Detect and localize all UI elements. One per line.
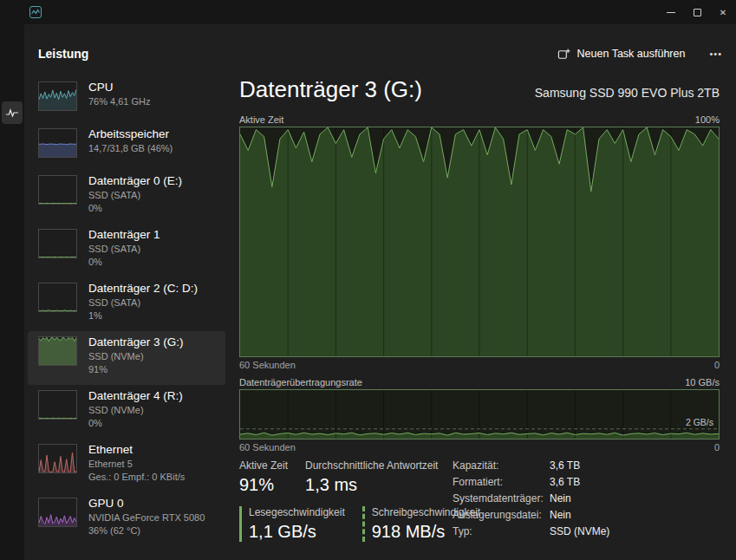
property-row-capacity: Kapazität: 3,6 TB [453, 460, 720, 472]
task-manager-window: ✕ Leistung Neuen Task ausführen ••• CPU … [0, 0, 736, 560]
disk-stats: Aktive Zeit 91% Durchschnittliche Antwor… [239, 459, 720, 553]
nav-rail [0, 24, 24, 560]
property-row-type: Typ: SSD (NVMe) [453, 526, 720, 537]
performance-pulse-icon [6, 108, 18, 117]
close-icon: ✕ [720, 8, 726, 17]
cpu-mini-chart [38, 81, 77, 111]
active-time-x-right: 0 [714, 360, 720, 370]
minimize-button[interactable] [658, 0, 684, 24]
device-name: Samsung SSD 990 EVO Plus 2TB [535, 86, 720, 100]
sidebar-item-disk2[interactable]: Datenträger 2 (C: D:) SSD (SATA) 1% [28, 277, 225, 331]
disk1-mini-chart [38, 229, 77, 258]
sidebar-item-disk1[interactable]: Datenträger 1 SSD (SATA) 0% [28, 224, 225, 277]
sidebar-item-gpu[interactable]: GPU 0 NVIDIA GeForce RTX 5080 36% (62 °C… [28, 492, 225, 546]
active-time-chart-label: Aktive Zeit [239, 114, 283, 125]
stat-avg-response-time: Durchschnittliche Antwortzeit 1,3 ms [305, 459, 438, 495]
transfer-rate-x-right: 0 [714, 442, 720, 453]
sidebar-item-memory[interactable]: Arbeitsspeicher 14,7/31,8 GB (46%) [28, 123, 225, 170]
titlebar: ✕ [0, 0, 736, 24]
minimize-icon [667, 12, 675, 13]
new-task-label: Neuen Task ausführen [577, 48, 686, 60]
transfer-rate-plot [240, 390, 719, 439]
transfer-rate-chart: 2 GB/s [239, 389, 720, 440]
more-options-button[interactable]: ••• [704, 45, 727, 62]
new-task-icon [557, 48, 570, 61]
app-header: Leistung Neuen Task ausführen ••• [38, 38, 727, 69]
maximize-button[interactable] [684, 0, 710, 24]
disk0-mini-chart [38, 175, 77, 205]
disk3-mini-chart [38, 336, 77, 366]
transfer-rate-x-left: 60 Sekunden [239, 442, 296, 453]
property-row-formatted: Formatiert: 3,6 TB [453, 477, 720, 488]
memory-mini-chart [38, 128, 77, 158]
performance-sidebar: CPU 76% 4,61 GHz Arbeitsspeicher 14,7/31… [28, 76, 225, 546]
sidebar-item-cpu[interactable]: CPU 76% 4,61 GHz [28, 76, 225, 123]
property-row-page-file: Auslagerungsdatei: Nein [453, 510, 720, 521]
task-manager-app-icon [29, 6, 42, 18]
disk-properties: Kapazität: 3,6 TB Formatiert: 3,6 TB Sys… [453, 459, 720, 553]
window-controls: ✕ [658, 0, 736, 24]
item-title: CPU [88, 80, 151, 94]
disk4-mini-chart [38, 390, 77, 420]
transfer-rate-max-label: 10 GB/s [685, 377, 720, 387]
sidebar-item-disk4[interactable]: Datenträger 4 (R:) SSD (NVMe) 0% [28, 385, 225, 439]
property-row-system-disk: Systemdatenträger: Nein [453, 493, 720, 505]
disk2-mini-chart [38, 283, 77, 312]
active-time-max-label: 100% [695, 114, 720, 125]
gpu-mini-chart [38, 498, 77, 527]
disk-title: Datenträger 3 (G:) [239, 76, 422, 103]
close-button[interactable]: ✕ [710, 0, 736, 24]
sidebar-item-disk3-selected[interactable]: Datenträger 3 (G:) SSD (NVMe) 91% [28, 331, 225, 385]
stat-active-time: Aktive Zeit 91% [239, 459, 288, 495]
page-title: Leistung [38, 47, 88, 61]
active-time-x-left: 60 Sekunden [239, 360, 296, 370]
stat-read-speed: Lesegeschwindigkeit 1,1 GB/s [239, 506, 345, 542]
sidebar-item-disk0[interactable]: Datenträger 0 (E:) SSD (SATA) 0% [28, 170, 225, 224]
item-detail: 76% 4,61 GHz [88, 95, 151, 108]
maximize-icon [694, 9, 701, 16]
new-task-button[interactable]: Neuen Task ausführen [547, 42, 696, 67]
transfer-rate-threshold-label: 2 GB/s [686, 417, 713, 427]
active-time-chart [239, 127, 720, 357]
disk-detail-panel: Datenträger 3 (G:) Samsung SSD 990 EVO P… [239, 76, 720, 553]
transfer-rate-chart-label: Datenträgerübertragungsrate [239, 377, 362, 387]
nav-rail-performance-item[interactable] [2, 101, 23, 124]
sidebar-item-ethernet[interactable]: Ethernet Ethernet 5 Ges.: 0 Empf.: 0 KBi… [28, 439, 225, 492]
ethernet-mini-chart [38, 444, 77, 473]
